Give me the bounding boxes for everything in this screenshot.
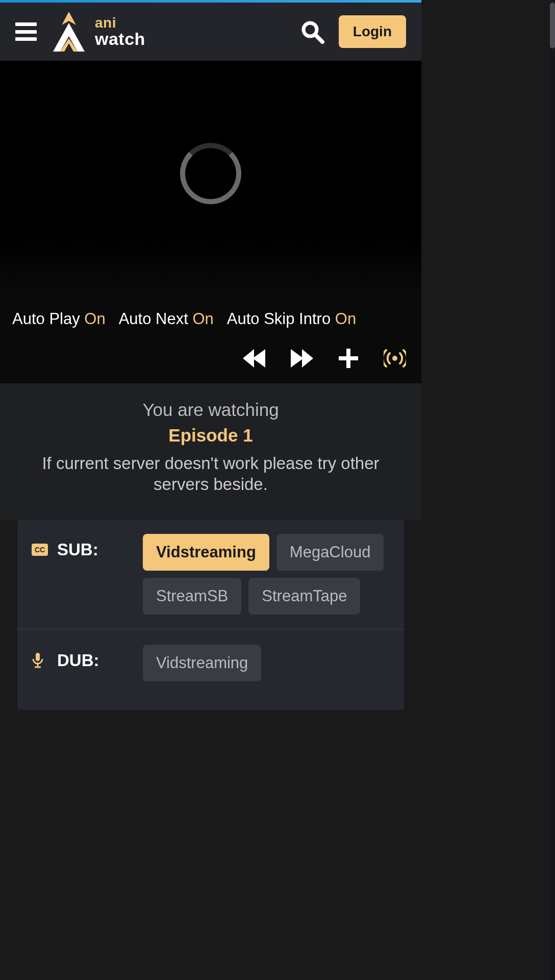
- autoskip-label: Auto Skip Intro: [227, 310, 331, 328]
- backward-icon: [243, 349, 265, 368]
- forward-icon: [291, 349, 313, 368]
- autonext-toggle[interactable]: Auto Next On: [119, 310, 214, 328]
- sub-label: SUB:: [57, 540, 98, 559]
- autoplay-toggle[interactable]: Auto Play On: [12, 310, 106, 328]
- add-to-list-button[interactable]: [339, 349, 358, 368]
- server-panel: CC SUB: Vidstreaming MegaCloud StreamSB …: [17, 520, 404, 710]
- brand-bottom: watch: [95, 30, 145, 47]
- logo-text: ani watch: [95, 16, 145, 47]
- server-hint: If current server doesn't work please tr…: [12, 453, 409, 495]
- svg-point-4: [392, 356, 397, 361]
- next-button[interactable]: [291, 349, 313, 368]
- playback-toggles: Auto Play On Auto Next On Auto Skip Intr…: [0, 297, 421, 328]
- plus-icon: [339, 349, 358, 368]
- autoplay-value: On: [84, 310, 105, 328]
- dub-label: DUB:: [57, 651, 99, 670]
- brand-top: ani: [95, 16, 145, 30]
- sub-server-vidstreaming[interactable]: Vidstreaming: [143, 534, 269, 571]
- loading-spinner-icon: [180, 143, 241, 204]
- dub-server-group: DUB: Vidstreaming: [17, 629, 404, 696]
- brand-logo[interactable]: ani watch: [48, 12, 145, 52]
- search-button[interactable]: [297, 16, 327, 47]
- svg-text:CC: CC: [35, 546, 45, 554]
- autoplay-label: Auto Play: [12, 310, 80, 328]
- sub-server-streamsb[interactable]: StreamSB: [143, 578, 241, 615]
- mic-icon: [32, 653, 48, 668]
- now-watching: You are watching Episode 1 If current se…: [0, 383, 421, 520]
- broadcast-icon: [384, 349, 406, 368]
- episode-title: Episode 1: [12, 425, 409, 446]
- dub-server-vidstreaming[interactable]: Vidstreaming: [143, 645, 261, 681]
- svg-rect-3: [339, 356, 358, 360]
- app-header: ani watch Login: [0, 3, 421, 61]
- broadcast-button[interactable]: [384, 349, 406, 368]
- previous-button[interactable]: [243, 349, 265, 368]
- search-icon: [300, 19, 324, 44]
- logo-mark-icon: [48, 12, 90, 52]
- player-action-row: [0, 328, 421, 383]
- svg-rect-7: [36, 653, 40, 661]
- video-player[interactable]: [0, 61, 421, 297]
- menu-button[interactable]: [15, 22, 37, 41]
- autonext-label: Auto Next: [119, 310, 188, 328]
- svg-line-1: [316, 35, 322, 42]
- login-button[interactable]: Login: [339, 15, 406, 48]
- sub-server-group: CC SUB: Vidstreaming MegaCloud StreamSB …: [17, 534, 404, 629]
- sub-server-streamtape[interactable]: StreamTape: [248, 578, 360, 615]
- autoskip-value: On: [335, 310, 356, 328]
- sub-server-megacloud[interactable]: MegaCloud: [276, 534, 384, 571]
- autoskip-toggle[interactable]: Auto Skip Intro On: [227, 310, 356, 328]
- autonext-value: On: [192, 310, 213, 328]
- cc-icon: CC: [32, 544, 48, 556]
- watching-heading: You are watching: [12, 400, 409, 420]
